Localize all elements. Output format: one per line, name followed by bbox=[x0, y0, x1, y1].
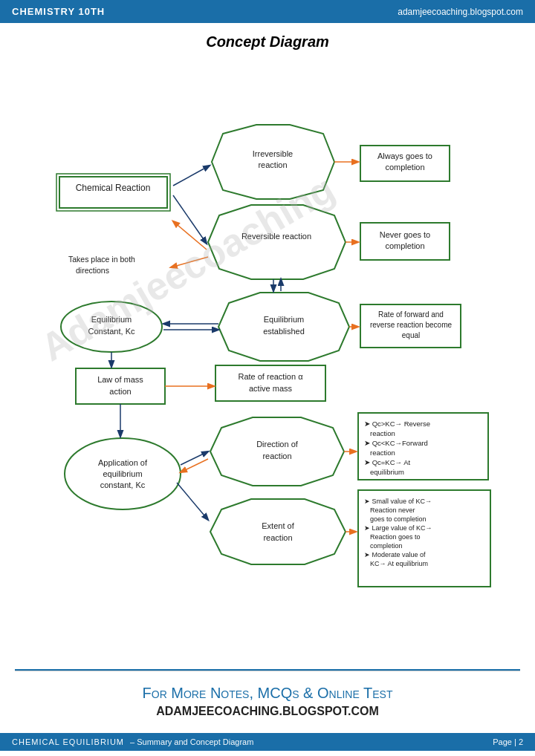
svg-text:Direction of: Direction of bbox=[256, 440, 299, 449]
svg-text:directions: directions bbox=[76, 266, 109, 275]
svg-text:reaction: reaction bbox=[258, 160, 287, 169]
svg-text:completion: completion bbox=[370, 542, 403, 550]
main-content: Concept Diagram Adamjeecoaching Chemical… bbox=[0, 23, 535, 669]
svg-text:Equilibrium: Equilibrium bbox=[264, 315, 304, 324]
svg-text:Law of mass: Law of mass bbox=[97, 375, 143, 384]
svg-text:Application of: Application of bbox=[98, 458, 148, 467]
svg-line-13 bbox=[173, 195, 207, 244]
svg-rect-41 bbox=[215, 365, 325, 401]
svg-text:goes to completion: goes to completion bbox=[370, 515, 427, 523]
svg-marker-63 bbox=[210, 499, 346, 564]
svg-text:Reversible reaction: Reversible reaction bbox=[241, 232, 311, 241]
svg-text:reaction: reaction bbox=[370, 449, 395, 457]
svg-text:Chemical Reaction: Chemical Reaction bbox=[76, 183, 151, 193]
svg-text:reaction: reaction bbox=[263, 533, 292, 542]
svg-text:Equilibrium: Equilibrium bbox=[91, 315, 132, 324]
svg-text:constant, Kc: constant, Kc bbox=[100, 480, 146, 489]
footer-page: Page | 2 bbox=[493, 737, 523, 746]
svg-line-53 bbox=[181, 452, 208, 465]
svg-line-66 bbox=[177, 483, 208, 520]
svg-text:equal: equal bbox=[402, 331, 420, 339]
header-title: CHEMISTRY 10TH bbox=[12, 6, 105, 17]
diagram-title: Concept Diagram bbox=[15, 33, 520, 50]
svg-text:Reaction goes to: Reaction goes to bbox=[370, 533, 421, 541]
footer-promo: For More Notes, MCQs & Online Test ADAMJ… bbox=[0, 671, 535, 726]
svg-text:equilibrium: equilibrium bbox=[103, 469, 142, 478]
promo-line1: For More Notes, MCQs & Online Test bbox=[7, 685, 528, 702]
svg-line-6 bbox=[173, 166, 210, 186]
svg-text:active mass: active mass bbox=[249, 384, 293, 393]
svg-text:KC→ At equilibrium: KC→ At equilibrium bbox=[370, 560, 428, 567]
svg-text:reaction: reaction bbox=[370, 429, 395, 437]
page-header: CHEMISTRY 10TH adamjeecoaching.blogspot.… bbox=[0, 0, 535, 23]
footer-subject: CHEMICAL EQUILIBRIUM – Summary and Conce… bbox=[12, 737, 253, 746]
svg-text:reverse reaction become: reverse reaction become bbox=[370, 321, 452, 329]
svg-text:Rate of reaction α: Rate of reaction α bbox=[238, 372, 303, 381]
svg-line-54 bbox=[181, 459, 208, 472]
svg-text:➤ Small value of KC→: ➤ Small value of KC→ bbox=[364, 498, 432, 505]
svg-text:➤ Qc<KC→Forward: ➤ Qc<KC→Forward bbox=[364, 439, 428, 447]
svg-text:Extent of: Extent of bbox=[262, 521, 294, 530]
svg-text:➤ Qc=KC→ At: ➤ Qc=KC→ At bbox=[364, 458, 410, 466]
svg-text:➤ Qc>KC→ Reverse: ➤ Qc>KC→ Reverse bbox=[364, 420, 430, 428]
svg-text:completion: completion bbox=[385, 163, 424, 172]
svg-text:➤ Large value of KC→: ➤ Large value of KC→ bbox=[364, 524, 432, 532]
header-url: adamjeecoaching.blogspot.com bbox=[398, 7, 523, 17]
svg-rect-37 bbox=[76, 368, 165, 404]
svg-text:completion: completion bbox=[385, 241, 424, 250]
svg-text:Reaction never: Reaction never bbox=[370, 506, 415, 514]
promo-line2: ADAMJEECOACHING.BLOGSPOT.COM bbox=[7, 705, 528, 718]
svg-text:Takes place in both: Takes place in both bbox=[68, 255, 135, 264]
svg-text:established: established bbox=[263, 327, 305, 336]
svg-text:action: action bbox=[109, 387, 131, 396]
svg-text:Irreversible: Irreversible bbox=[253, 149, 293, 158]
svg-text:Constant, Kc: Constant, Kc bbox=[88, 327, 135, 336]
svg-text:Never goes to: Never goes to bbox=[380, 230, 430, 239]
svg-line-21 bbox=[171, 257, 208, 267]
svg-text:➤ Moderate value of: ➤ Moderate value of bbox=[364, 551, 426, 558]
diagram-svg: Chemical Reaction Irreversible reaction … bbox=[15, 58, 520, 607]
svg-text:Always goes to: Always goes to bbox=[377, 151, 432, 160]
svg-text:equilibrium: equilibrium bbox=[370, 468, 404, 476]
svg-text:Rate of forward and: Rate of forward and bbox=[378, 310, 444, 319]
svg-marker-11 bbox=[208, 205, 346, 279]
page-footer: CHEMICAL EQUILIBRIUM – Summary and Conce… bbox=[0, 733, 535, 751]
concept-diagram: Chemical Reaction Irreversible reaction … bbox=[15, 58, 520, 607]
svg-text:reaction: reaction bbox=[262, 452, 291, 460]
